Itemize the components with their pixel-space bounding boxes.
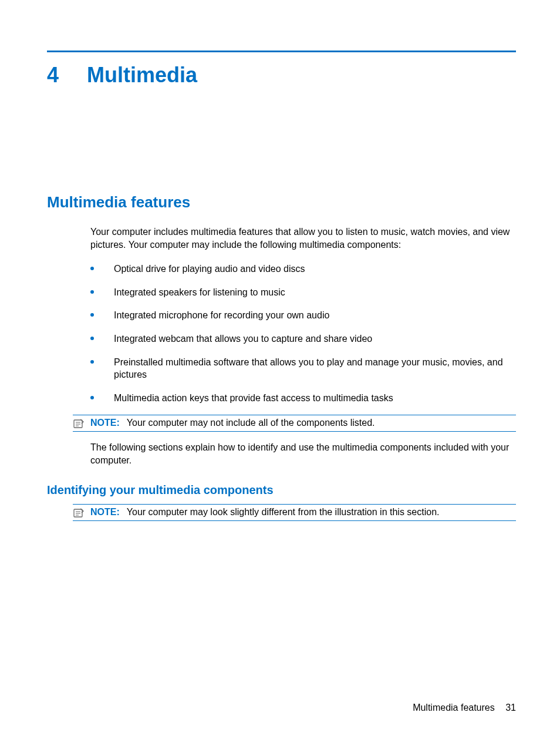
bullet-icon (90, 290, 94, 294)
bullet-icon (90, 267, 94, 270)
note-callout: NOTE: Your computer may look slightly di… (73, 504, 516, 521)
chapter-title: Multimedia (87, 63, 197, 88)
chapter-divider (47, 51, 516, 52)
chapter-header: 4 Multimedia (47, 63, 516, 88)
list-item: Integrated speakers for listening to mus… (90, 286, 516, 299)
list-item: Multimedia action keys that provide fast… (90, 392, 516, 405)
intro-paragraph: Your computer includes multimedia featur… (90, 226, 516, 251)
list-item-text: Optical drive for playing audio and vide… (114, 263, 305, 275)
note-label: NOTE: (90, 418, 120, 428)
page-number: 31 (505, 703, 516, 713)
note-label: NOTE: (90, 507, 120, 518)
feature-list: Optical drive for playing audio and vide… (90, 263, 516, 404)
list-item: Integrated webcam that allows you to cap… (90, 332, 516, 345)
note-text: Your computer may look slightly differen… (127, 507, 516, 518)
list-item-text: Multimedia action keys that provide fast… (114, 392, 393, 405)
bullet-icon (90, 396, 94, 399)
list-item-text: Integrated microphone for recording your… (114, 309, 329, 322)
list-item-text: Preinstalled multimedia software that al… (114, 356, 516, 381)
list-item: Preinstalled multimedia software that al… (90, 356, 516, 381)
list-item-text: Integrated speakers for listening to mus… (114, 286, 285, 299)
note-callout: NOTE: Your computer may not include all … (73, 415, 516, 432)
bullet-icon (90, 360, 94, 364)
section-heading: Multimedia features (47, 193, 516, 211)
note-icon (73, 418, 85, 429)
chapter-number: 4 (47, 63, 59, 88)
list-item-text: Integrated webcam that allows you to cap… (114, 332, 372, 345)
footer-section-name: Multimedia features (413, 703, 495, 713)
list-item: Integrated microphone for recording your… (90, 309, 516, 322)
page-footer: Multimedia features 31 (413, 703, 516, 713)
subsection-heading: Identifying your multimedia components (47, 483, 516, 497)
bullet-icon (90, 337, 94, 340)
list-item: Optical drive for playing audio and vide… (90, 263, 516, 275)
bullet-icon (90, 313, 94, 317)
followup-paragraph: The following sections explain how to id… (90, 441, 516, 466)
note-icon (73, 508, 85, 518)
note-text: Your computer may not include all of the… (127, 418, 516, 428)
